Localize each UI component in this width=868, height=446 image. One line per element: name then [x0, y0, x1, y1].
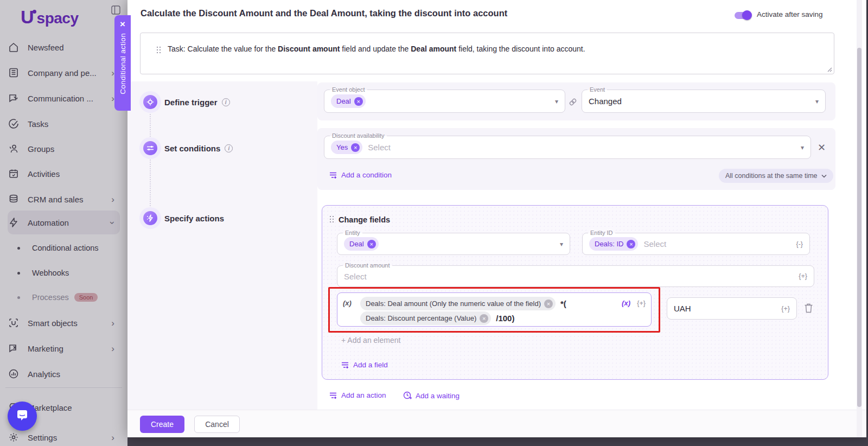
event-value: Changed — [589, 97, 622, 106]
create-button[interactable]: Create — [140, 416, 184, 433]
formula-operator: *( — [560, 299, 566, 308]
cancel-button[interactable]: Cancel — [194, 416, 240, 433]
function-button[interactable]: (x) — [622, 299, 630, 307]
add-lines-icon — [329, 391, 337, 399]
add-condition-button[interactable]: Add a condition — [329, 171, 392, 179]
event-object-chip: Deal× — [331, 94, 366, 108]
tab-label: Conditional action — [119, 33, 127, 94]
add-condition-label: Add a condition — [341, 171, 392, 179]
remove-condition-icon[interactable]: ✕ — [818, 143, 826, 152]
chip-remove-icon[interactable]: × — [480, 314, 488, 323]
function-icon: (x) — [343, 299, 352, 307]
formula-chip-discount-percentage: Deals: Discount percentage (Value)× — [360, 311, 491, 325]
add-field-button[interactable]: Add a field — [341, 361, 388, 369]
info-icon[interactable]: i — [222, 98, 230, 106]
drag-handle-icon[interactable] — [330, 216, 331, 217]
event-select[interactable]: Event Changed ▾ — [582, 90, 826, 113]
support-chat-button[interactable] — [8, 402, 37, 431]
field-label: Event — [588, 86, 607, 94]
add-element-button[interactable]: + Add an element — [341, 336, 400, 345]
modal-backdrop[interactable] — [0, 0, 127, 446]
actions-step-icon — [143, 211, 157, 225]
chevron-down-icon — [821, 174, 827, 178]
entity-select[interactable]: Entity Deal× ▾ — [337, 233, 570, 255]
chip-remove-icon[interactable]: × — [351, 143, 360, 152]
discount-amount-field[interactable]: Discount amount Select {+} — [337, 265, 814, 287]
insert-token-button[interactable]: {+} — [637, 300, 646, 307]
link-icon — [569, 98, 577, 106]
entity-id-field[interactable]: Entity ID Deals: ID× Select {-} — [582, 233, 810, 255]
step-label-text: Specify actions — [164, 214, 224, 223]
drawer-footer: Create Cancel — [127, 410, 866, 437]
chip-label: Deals: Discount percentage (Value) — [366, 314, 476, 322]
insert-token-button[interactable]: {+} — [799, 272, 807, 280]
currency-value: UAH — [674, 304, 691, 313]
scrollbar-thumb[interactable] — [857, 48, 861, 407]
add-action-label: Add an action — [341, 391, 386, 399]
conditions-mode-dropdown[interactable]: All conditions at the same time — [719, 169, 833, 183]
select-placeholder: Select — [368, 143, 391, 152]
field-label: Entity — [343, 229, 362, 237]
dropdown-caret-icon[interactable]: ▾ — [560, 240, 563, 248]
task-description-textarea[interactable]: Task: Calculate the value for the Discou… — [140, 33, 834, 74]
currency-field[interactable]: UAH {+} — [667, 297, 797, 320]
entity-chip: Deal× — [344, 237, 379, 251]
field-label: Event object — [330, 86, 367, 94]
add-lines-icon — [329, 171, 337, 179]
condition-chip: Yes× — [331, 141, 362, 154]
dropdown-caret-icon[interactable]: ▾ — [815, 98, 819, 105]
chip-label: Yes — [336, 143, 348, 151]
clock-plus-icon — [403, 391, 412, 400]
chip-remove-icon[interactable]: × — [367, 240, 376, 249]
info-icon[interactable]: i — [225, 144, 233, 152]
formula-operator: /100) — [496, 314, 514, 323]
formula-chip-deal-amount: Deals: Deal amount (Only the numeric val… — [360, 297, 556, 310]
add-element-label: + Add an element — [341, 336, 400, 345]
step-specify-actions: Specify actions — [164, 214, 224, 223]
resize-handle-icon[interactable] — [827, 67, 832, 72]
steps-connector — [150, 110, 151, 211]
add-lines-icon — [341, 361, 349, 369]
chip-label: Deal — [336, 97, 351, 105]
insert-token-button[interactable]: {+} — [781, 305, 790, 313]
select-placeholder: Select — [344, 272, 367, 281]
field-label: Entity ID — [588, 229, 615, 237]
activate-toggle-label: Activate after saving — [757, 10, 823, 18]
delete-field-icon[interactable] — [804, 303, 813, 313]
entity-id-chip: Deals: ID× — [589, 237, 638, 251]
add-waiting-label: Add a waiting — [416, 392, 459, 400]
variable-token-button[interactable]: {-} — [796, 240, 803, 248]
change-fields-panel: Change fields ✕ Entity Deal× ▾ Entity ID… — [322, 205, 828, 380]
conditional-action-tab[interactable]: × Conditional action — [114, 15, 131, 111]
field-label: Discount availability — [330, 132, 387, 140]
chip-label: Deals: Deal amount (Only the numeric val… — [366, 300, 541, 308]
chip-label: Deal — [349, 240, 364, 248]
drag-handle-icon[interactable] — [157, 47, 158, 48]
chip-remove-icon[interactable]: × — [354, 97, 363, 106]
chip-remove-icon[interactable]: × — [544, 300, 553, 308]
toggle-knob — [742, 10, 752, 20]
step-label-text: Define trigger — [164, 98, 218, 107]
task-description-text: Task: Calculate the value for the Discou… — [168, 44, 585, 53]
close-icon[interactable]: × — [120, 20, 125, 29]
steps-column — [127, 81, 317, 410]
discount-availability-select[interactable]: Discount availability Yes× Select ▾ — [324, 136, 811, 159]
step-label-text: Set conditions — [164, 144, 220, 153]
add-action-button[interactable]: Add an action — [329, 391, 386, 399]
conditions-step-icon — [143, 141, 157, 155]
chip-remove-icon[interactable]: × — [627, 240, 635, 249]
trigger-step-icon — [143, 95, 157, 109]
page-title: Calculate the Discount Amount and the De… — [141, 8, 507, 18]
add-field-label: Add a field — [353, 361, 388, 369]
conditions-mode-label: All conditions at the same time — [725, 172, 818, 180]
dropdown-caret-icon[interactable]: ▾ — [801, 144, 804, 151]
step-set-conditions: Set conditions i — [164, 144, 233, 153]
panel-title: Change fields — [339, 215, 390, 224]
event-object-select[interactable]: Event object Deal× ▾ — [324, 90, 565, 113]
activate-toggle[interactable] — [733, 10, 752, 21]
formula-field[interactable]: (x) Deals: Deal amount (Only the numeric… — [337, 292, 652, 327]
conditional-action-drawer: × Conditional action Calculate the Disco… — [127, 0, 866, 437]
step-define-trigger: Define trigger i — [164, 98, 230, 107]
add-waiting-button[interactable]: Add a waiting — [403, 391, 459, 400]
dropdown-caret-icon[interactable]: ▾ — [555, 98, 558, 105]
